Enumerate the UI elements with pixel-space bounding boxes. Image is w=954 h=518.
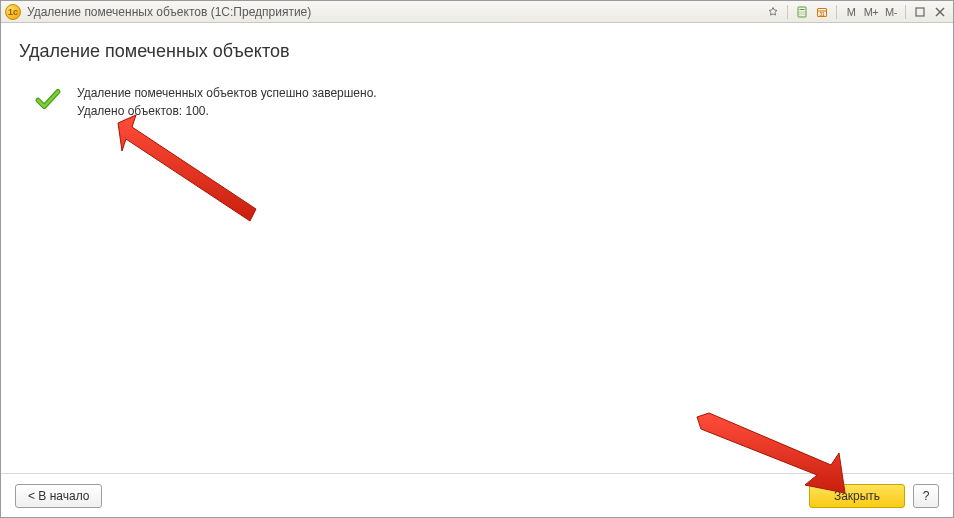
- page-title: Удаление помеченных объектов: [19, 41, 935, 62]
- svg-point-2: [800, 11, 801, 12]
- result-line-1: Удаление помеченных объектов успешно зав…: [77, 84, 377, 102]
- titlebar-toolbar: 31 M M+ M-: [764, 4, 949, 20]
- svg-rect-11: [916, 8, 924, 16]
- svg-marker-14: [118, 115, 256, 221]
- footer: < В начало Закрыть ?: [1, 473, 953, 517]
- check-icon: [33, 84, 63, 114]
- svg-point-4: [804, 11, 805, 12]
- content-area: Удаление помеченных объектов Удаление по…: [1, 23, 953, 473]
- favorites-icon[interactable]: [764, 4, 782, 20]
- calendar-icon[interactable]: 31: [813, 4, 831, 20]
- svg-point-3: [802, 11, 803, 12]
- svg-text:31: 31: [819, 11, 825, 16]
- window-root: 1c Удаление помеченных объектов (1С:Пред…: [0, 0, 954, 518]
- maximize-icon[interactable]: [911, 4, 929, 20]
- memory-m-button[interactable]: M: [842, 4, 860, 20]
- memory-mplus-button[interactable]: M+: [862, 4, 880, 20]
- result-line-2: Удалено объектов: 100.: [77, 102, 377, 120]
- svg-point-7: [804, 13, 805, 14]
- window-title: Удаление помеченных объектов (1С:Предпри…: [27, 5, 311, 19]
- svg-point-6: [802, 13, 803, 14]
- back-button[interactable]: < В начало: [15, 484, 102, 508]
- titlebar: 1c Удаление помеченных объектов (1С:Пред…: [1, 1, 953, 23]
- result-text: Удаление помеченных объектов успешно зав…: [77, 84, 377, 120]
- calculator-icon[interactable]: [793, 4, 811, 20]
- annotation-arrow-1: [106, 111, 266, 226]
- close-button[interactable]: Закрыть: [809, 484, 905, 508]
- result-row: Удаление помеченных объектов успешно зав…: [19, 84, 935, 120]
- app-icon: 1c: [5, 4, 21, 20]
- svg-point-5: [800, 13, 801, 14]
- memory-mminus-button[interactable]: M-: [882, 4, 900, 20]
- help-button[interactable]: ?: [913, 484, 939, 508]
- close-icon[interactable]: [931, 4, 949, 20]
